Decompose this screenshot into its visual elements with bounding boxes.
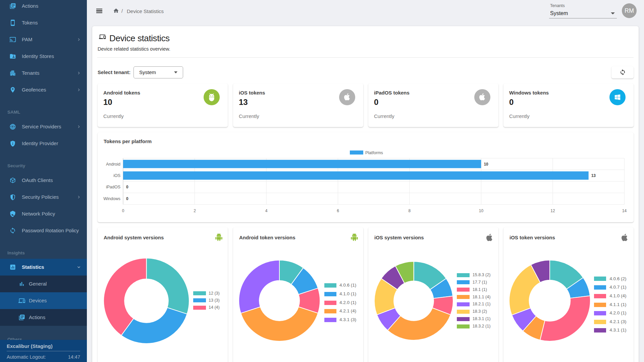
svg-text:0: 0	[122, 208, 124, 213]
svg-text:iOS: iOS	[113, 173, 120, 178]
svg-text:10: 10	[484, 162, 488, 167]
svg-text:12: 12	[550, 208, 555, 213]
svg-text:Tokens per platform: Tokens per platform	[104, 138, 152, 144]
svg-text:10: 10	[479, 208, 484, 213]
svg-text:13: 13	[591, 173, 596, 178]
svg-text:Android: Android	[106, 162, 120, 167]
svg-text:Windows: Windows	[103, 196, 120, 201]
svg-text:8: 8	[409, 208, 411, 213]
svg-text:6: 6	[337, 208, 339, 213]
svg-text:iPadOS: iPadOS	[106, 185, 120, 189]
svg-text:14: 14	[622, 208, 627, 213]
svg-text:0: 0	[126, 196, 128, 201]
svg-text:4: 4	[265, 208, 268, 213]
svg-text:Platforms: Platforms	[365, 150, 383, 155]
svg-text:2: 2	[194, 208, 196, 213]
svg-text:0: 0	[126, 185, 128, 189]
